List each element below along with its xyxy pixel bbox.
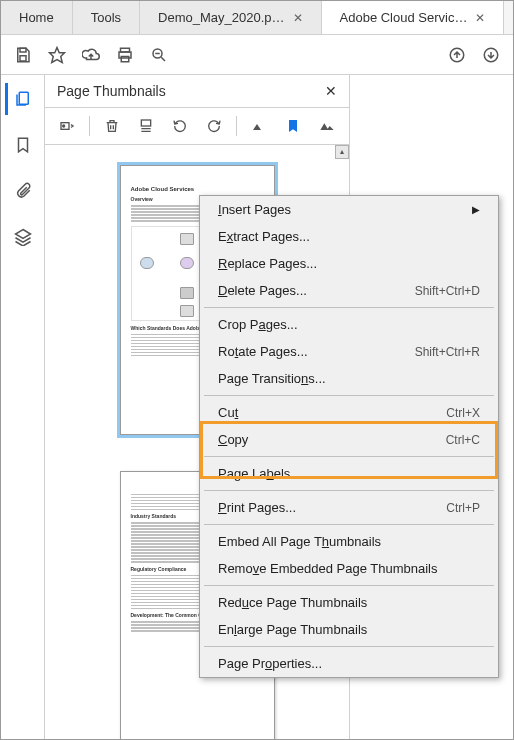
tab-label: Tools bbox=[91, 10, 121, 25]
menu-item[interactable]: Crop Pages... bbox=[200, 311, 498, 338]
page-down-button[interactable] bbox=[475, 39, 507, 71]
rotate-cw-button[interactable] bbox=[200, 112, 228, 140]
svg-rect-9 bbox=[19, 92, 28, 104]
photo-alt-icon[interactable] bbox=[313, 112, 341, 140]
bookmark-fill-icon[interactable] bbox=[279, 112, 307, 140]
menu-separator bbox=[204, 456, 494, 457]
cloud-upload-button[interactable] bbox=[75, 39, 107, 71]
insert-page-button[interactable] bbox=[132, 112, 160, 140]
menu-item[interactable]: CopyCtrl+C bbox=[200, 426, 498, 453]
menu-item-label: Page Properties... bbox=[218, 656, 322, 671]
menu-item-label: Enlarge Page Thumbnails bbox=[218, 622, 367, 637]
scroll-up-button[interactable]: ▴ bbox=[335, 145, 349, 159]
svg-rect-1 bbox=[20, 55, 26, 60]
menu-shortcut: Ctrl+X bbox=[446, 406, 480, 420]
star-button[interactable] bbox=[41, 39, 73, 71]
menu-separator bbox=[204, 646, 494, 647]
save-button[interactable] bbox=[7, 39, 39, 71]
menu-item[interactable]: Page Transitions... bbox=[200, 365, 498, 392]
menu-separator bbox=[204, 490, 494, 491]
menu-item[interactable]: Reduce Page Thumbnails bbox=[200, 589, 498, 616]
menu-item[interactable]: Delete Pages...Shift+Ctrl+D bbox=[200, 277, 498, 304]
menu-separator bbox=[204, 585, 494, 586]
tab-demo-doc[interactable]: Demo_May_2020.p…✕ bbox=[140, 1, 321, 34]
menu-item-label: Delete Pages... bbox=[218, 283, 307, 298]
menu-item-label: Reduce Page Thumbnails bbox=[218, 595, 367, 610]
menu-item[interactable]: Remove Embedded Page Thumbnails bbox=[200, 555, 498, 582]
menu-item-label: Page Transitions... bbox=[218, 371, 326, 386]
menu-item-label: Replace Pages... bbox=[218, 256, 317, 271]
menu-shortcut: Ctrl+C bbox=[446, 433, 480, 447]
navigation-sidebar bbox=[1, 75, 45, 739]
rotate-ccw-button[interactable] bbox=[166, 112, 194, 140]
sidebar-layers-icon[interactable] bbox=[7, 221, 39, 253]
menu-item-label: Cut bbox=[218, 405, 238, 420]
menu-separator bbox=[204, 307, 494, 308]
close-icon[interactable]: ✕ bbox=[475, 11, 485, 25]
tab-label: Demo_May_2020.p… bbox=[158, 10, 284, 25]
svg-marker-10 bbox=[15, 230, 30, 239]
photo-icon[interactable] bbox=[245, 112, 273, 140]
menu-item[interactable]: Rotate Pages...Shift+Ctrl+R bbox=[200, 338, 498, 365]
sidebar-bookmarks-icon[interactable] bbox=[7, 129, 39, 161]
menu-item-label: Crop Pages... bbox=[218, 317, 298, 332]
menu-item-label: Copy bbox=[218, 432, 248, 447]
menu-item-label: Page Labels... bbox=[218, 466, 301, 481]
sidebar-attachments-icon[interactable] bbox=[7, 175, 39, 207]
menu-separator bbox=[204, 524, 494, 525]
menu-item[interactable]: Page Labels... bbox=[200, 460, 498, 487]
menu-item-label: Rotate Pages... bbox=[218, 344, 308, 359]
menu-item-label: Remove Embedded Page Thumbnails bbox=[218, 561, 437, 576]
menu-item-label: Embed All Page Thumbnails bbox=[218, 534, 381, 549]
svg-marker-14 bbox=[253, 124, 261, 130]
submenu-arrow-icon: ▶ bbox=[472, 204, 480, 215]
svg-rect-0 bbox=[20, 48, 26, 52]
menu-item-label: Insert Pages bbox=[218, 202, 291, 217]
menu-item[interactable]: Enlarge Page Thumbnails bbox=[200, 616, 498, 643]
context-menu: Insert Pages▶Extract Pages...Replace Pag… bbox=[199, 195, 499, 678]
panel-title: Page Thumbnails bbox=[57, 83, 166, 99]
menu-item[interactable]: Replace Pages... bbox=[200, 250, 498, 277]
menu-separator bbox=[204, 395, 494, 396]
page-up-button[interactable] bbox=[441, 39, 473, 71]
main-toolbar bbox=[1, 35, 513, 75]
tab-tools[interactable]: Tools bbox=[73, 1, 140, 34]
close-icon[interactable]: ✕ bbox=[293, 11, 303, 25]
menu-item[interactable]: Print Pages...Ctrl+P bbox=[200, 494, 498, 521]
sidebar-thumbnails-icon[interactable] bbox=[5, 83, 37, 115]
thumb-title: Adobe Cloud Services bbox=[131, 186, 264, 192]
menu-item[interactable]: Page Properties... bbox=[200, 650, 498, 677]
print-button[interactable] bbox=[109, 39, 141, 71]
document-tabs: Home Tools Demo_May_2020.p…✕ Adobe Cloud… bbox=[1, 1, 513, 35]
tab-label: Adobe Cloud Servic… bbox=[340, 10, 468, 25]
menu-shortcut: Shift+Ctrl+D bbox=[415, 284, 480, 298]
svg-marker-2 bbox=[50, 47, 65, 62]
menu-item[interactable]: Insert Pages▶ bbox=[200, 196, 498, 223]
svg-rect-13 bbox=[141, 120, 150, 126]
menu-shortcut: Shift+Ctrl+R bbox=[415, 345, 480, 359]
tab-adobe-cloud[interactable]: Adobe Cloud Servic…✕ bbox=[322, 1, 505, 34]
tab-label: Home bbox=[19, 10, 54, 25]
menu-item-label: Extract Pages... bbox=[218, 229, 310, 244]
panel-close-icon[interactable]: ✕ bbox=[325, 83, 337, 99]
delete-button[interactable] bbox=[98, 112, 126, 140]
svg-marker-15 bbox=[320, 123, 333, 130]
tab-home[interactable]: Home bbox=[1, 1, 73, 34]
svg-point-12 bbox=[63, 125, 65, 127]
options-button[interactable] bbox=[53, 112, 81, 140]
menu-shortcut: Ctrl+P bbox=[446, 501, 480, 515]
menu-item[interactable]: Embed All Page Thumbnails bbox=[200, 528, 498, 555]
panel-toolbar bbox=[45, 107, 349, 145]
menu-item[interactable]: Extract Pages... bbox=[200, 223, 498, 250]
menu-item-label: Print Pages... bbox=[218, 500, 296, 515]
menu-item[interactable]: CutCtrl+X bbox=[200, 399, 498, 426]
panel-header: Page Thumbnails ✕ bbox=[45, 75, 349, 107]
zoom-button[interactable] bbox=[143, 39, 175, 71]
